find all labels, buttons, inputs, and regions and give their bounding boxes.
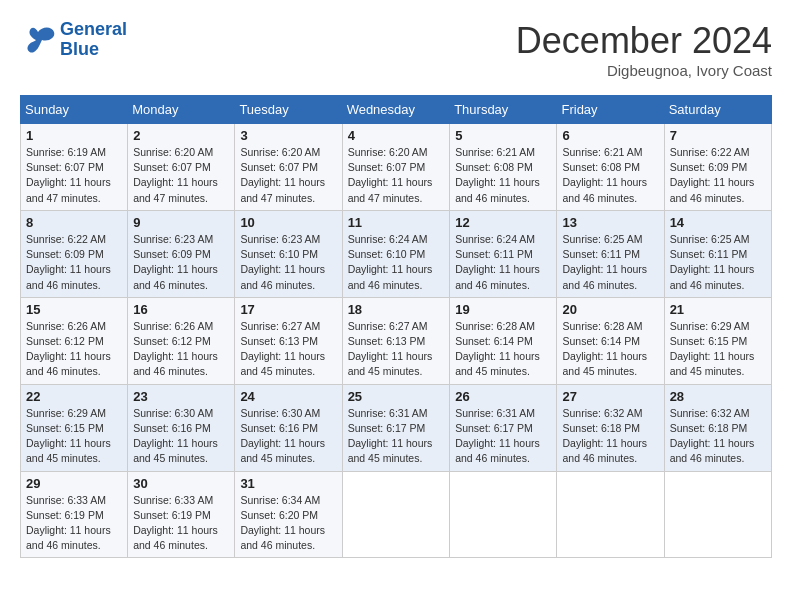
day-header: Wednesday [342,96,450,124]
day-number: 26 [455,389,551,404]
title-block: December 2024 Digbeugnoa, Ivory Coast [516,20,772,79]
calendar-cell: 2Sunrise: 6:20 AMSunset: 6:07 PMDaylight… [128,124,235,211]
calendar-cell: 10Sunrise: 6:23 AMSunset: 6:10 PMDayligh… [235,210,342,297]
day-number: 19 [455,302,551,317]
day-number: 9 [133,215,229,230]
day-info: Sunrise: 6:19 AMSunset: 6:07 PMDaylight:… [26,145,122,206]
day-number: 28 [670,389,766,404]
day-number: 16 [133,302,229,317]
day-info: Sunrise: 6:31 AMSunset: 6:17 PMDaylight:… [348,406,445,467]
calendar-cell [664,471,771,558]
day-number: 20 [562,302,658,317]
day-number: 11 [348,215,445,230]
calendar-cell: 9Sunrise: 6:23 AMSunset: 6:09 PMDaylight… [128,210,235,297]
day-number: 29 [26,476,122,491]
day-info: Sunrise: 6:26 AMSunset: 6:12 PMDaylight:… [26,319,122,380]
calendar-cell: 30Sunrise: 6:33 AMSunset: 6:19 PMDayligh… [128,471,235,558]
day-number: 25 [348,389,445,404]
day-number: 15 [26,302,122,317]
day-info: Sunrise: 6:34 AMSunset: 6:20 PMDaylight:… [240,493,336,554]
day-info: Sunrise: 6:29 AMSunset: 6:15 PMDaylight:… [26,406,122,467]
day-number: 22 [26,389,122,404]
day-info: Sunrise: 6:25 AMSunset: 6:11 PMDaylight:… [562,232,658,293]
day-info: Sunrise: 6:31 AMSunset: 6:17 PMDaylight:… [455,406,551,467]
day-info: Sunrise: 6:21 AMSunset: 6:08 PMDaylight:… [455,145,551,206]
day-number: 23 [133,389,229,404]
day-info: Sunrise: 6:23 AMSunset: 6:09 PMDaylight:… [133,232,229,293]
day-number: 6 [562,128,658,143]
calendar-week-row: 15Sunrise: 6:26 AMSunset: 6:12 PMDayligh… [21,297,772,384]
day-number: 4 [348,128,445,143]
calendar-cell: 29Sunrise: 6:33 AMSunset: 6:19 PMDayligh… [21,471,128,558]
day-info: Sunrise: 6:30 AMSunset: 6:16 PMDaylight:… [133,406,229,467]
calendar-week-row: 22Sunrise: 6:29 AMSunset: 6:15 PMDayligh… [21,384,772,471]
calendar-cell: 15Sunrise: 6:26 AMSunset: 6:12 PMDayligh… [21,297,128,384]
day-info: Sunrise: 6:25 AMSunset: 6:11 PMDaylight:… [670,232,766,293]
calendar-cell: 5Sunrise: 6:21 AMSunset: 6:08 PMDaylight… [450,124,557,211]
calendar-cell: 26Sunrise: 6:31 AMSunset: 6:17 PMDayligh… [450,384,557,471]
calendar-header-row: SundayMondayTuesdayWednesdayThursdayFrid… [21,96,772,124]
day-number: 1 [26,128,122,143]
calendar-cell [557,471,664,558]
logo: General Blue [20,20,127,60]
day-info: Sunrise: 6:32 AMSunset: 6:18 PMDaylight:… [670,406,766,467]
calendar-cell: 28Sunrise: 6:32 AMSunset: 6:18 PMDayligh… [664,384,771,471]
logo-icon [20,24,56,56]
day-header: Saturday [664,96,771,124]
day-info: Sunrise: 6:32 AMSunset: 6:18 PMDaylight:… [562,406,658,467]
day-info: Sunrise: 6:22 AMSunset: 6:09 PMDaylight:… [26,232,122,293]
calendar-cell: 23Sunrise: 6:30 AMSunset: 6:16 PMDayligh… [128,384,235,471]
day-number: 13 [562,215,658,230]
day-header: Monday [128,96,235,124]
calendar-cell: 31Sunrise: 6:34 AMSunset: 6:20 PMDayligh… [235,471,342,558]
day-number: 7 [670,128,766,143]
day-number: 30 [133,476,229,491]
calendar-week-row: 29Sunrise: 6:33 AMSunset: 6:19 PMDayligh… [21,471,772,558]
day-number: 8 [26,215,122,230]
day-info: Sunrise: 6:23 AMSunset: 6:10 PMDaylight:… [240,232,336,293]
day-header: Tuesday [235,96,342,124]
calendar-cell [342,471,450,558]
day-number: 27 [562,389,658,404]
day-number: 12 [455,215,551,230]
day-header: Friday [557,96,664,124]
calendar-body: 1Sunrise: 6:19 AMSunset: 6:07 PMDaylight… [21,124,772,558]
calendar-cell: 22Sunrise: 6:29 AMSunset: 6:15 PMDayligh… [21,384,128,471]
calendar-cell: 19Sunrise: 6:28 AMSunset: 6:14 PMDayligh… [450,297,557,384]
day-info: Sunrise: 6:27 AMSunset: 6:13 PMDaylight:… [348,319,445,380]
calendar-cell: 12Sunrise: 6:24 AMSunset: 6:11 PMDayligh… [450,210,557,297]
day-number: 5 [455,128,551,143]
calendar-cell: 14Sunrise: 6:25 AMSunset: 6:11 PMDayligh… [664,210,771,297]
calendar-cell: 24Sunrise: 6:30 AMSunset: 6:16 PMDayligh… [235,384,342,471]
calendar-cell: 16Sunrise: 6:26 AMSunset: 6:12 PMDayligh… [128,297,235,384]
calendar-cell: 1Sunrise: 6:19 AMSunset: 6:07 PMDaylight… [21,124,128,211]
page-header: General Blue December 2024 Digbeugnoa, I… [20,20,772,79]
calendar-cell: 6Sunrise: 6:21 AMSunset: 6:08 PMDaylight… [557,124,664,211]
day-info: Sunrise: 6:24 AMSunset: 6:10 PMDaylight:… [348,232,445,293]
day-info: Sunrise: 6:27 AMSunset: 6:13 PMDaylight:… [240,319,336,380]
day-info: Sunrise: 6:28 AMSunset: 6:14 PMDaylight:… [562,319,658,380]
day-info: Sunrise: 6:20 AMSunset: 6:07 PMDaylight:… [240,145,336,206]
day-info: Sunrise: 6:33 AMSunset: 6:19 PMDaylight:… [133,493,229,554]
calendar-cell: 3Sunrise: 6:20 AMSunset: 6:07 PMDaylight… [235,124,342,211]
calendar-cell: 20Sunrise: 6:28 AMSunset: 6:14 PMDayligh… [557,297,664,384]
day-info: Sunrise: 6:33 AMSunset: 6:19 PMDaylight:… [26,493,122,554]
day-number: 2 [133,128,229,143]
calendar-cell: 21Sunrise: 6:29 AMSunset: 6:15 PMDayligh… [664,297,771,384]
day-info: Sunrise: 6:30 AMSunset: 6:16 PMDaylight:… [240,406,336,467]
calendar-week-row: 8Sunrise: 6:22 AMSunset: 6:09 PMDaylight… [21,210,772,297]
month-title: December 2024 [516,20,772,62]
day-info: Sunrise: 6:26 AMSunset: 6:12 PMDaylight:… [133,319,229,380]
day-info: Sunrise: 6:24 AMSunset: 6:11 PMDaylight:… [455,232,551,293]
day-info: Sunrise: 6:29 AMSunset: 6:15 PMDaylight:… [670,319,766,380]
day-number: 14 [670,215,766,230]
calendar-cell: 7Sunrise: 6:22 AMSunset: 6:09 PMDaylight… [664,124,771,211]
calendar-cell: 11Sunrise: 6:24 AMSunset: 6:10 PMDayligh… [342,210,450,297]
logo-text: General Blue [60,20,127,60]
calendar-cell: 17Sunrise: 6:27 AMSunset: 6:13 PMDayligh… [235,297,342,384]
calendar-cell: 8Sunrise: 6:22 AMSunset: 6:09 PMDaylight… [21,210,128,297]
calendar-cell: 4Sunrise: 6:20 AMSunset: 6:07 PMDaylight… [342,124,450,211]
day-number: 17 [240,302,336,317]
calendar-cell [450,471,557,558]
day-number: 21 [670,302,766,317]
